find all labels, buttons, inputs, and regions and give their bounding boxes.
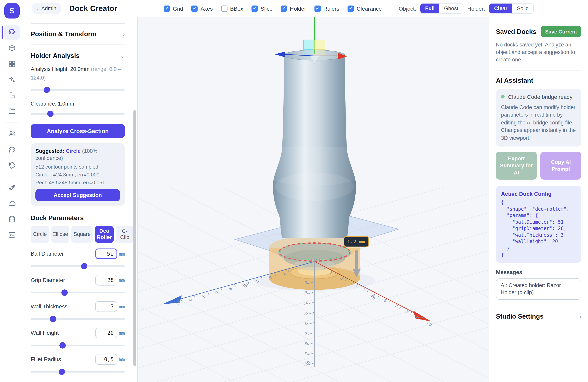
- shape-ellipse-button[interactable]: Ellipse: [51, 226, 69, 243]
- sidebar-item-tags[interactable]: [4, 157, 20, 173]
- checkbox-icon: [314, 5, 321, 12]
- shape-square-button[interactable]: Square: [71, 226, 93, 243]
- shape-selector: Circle Ellipse Square Deo Roller C-Clip: [31, 226, 137, 243]
- sidebar-item-cloud[interactable]: [4, 196, 20, 211]
- accept-suggestion-button[interactable]: Accept Suggestion: [35, 189, 120, 201]
- shape-c-clip-button[interactable]: C-Clip: [116, 226, 134, 243]
- layout-grid-icon: [8, 60, 16, 68]
- wall-thickness-slider[interactable]: [31, 316, 125, 322]
- slider-thumb[interactable]: [47, 111, 54, 117]
- suggested-shape-link[interactable]: Circle: [66, 148, 81, 154]
- grip-diameter-input[interactable]: [95, 275, 117, 286]
- sidebar-item-chat[interactable]: [4, 142, 20, 157]
- cube-icon: [8, 44, 16, 52]
- sidebar-item-terminal[interactable]: [4, 227, 20, 242]
- message-item: AI: Created holder: Razor Holder (c-clip…: [496, 278, 581, 300]
- back-to-admin-button[interactable]: ‹ Admin: [32, 3, 62, 14]
- slider-thumb[interactable]: [43, 87, 50, 93]
- analyze-cross-section-button[interactable]: Analyze Cross-Section: [31, 124, 125, 138]
- checkbox-icon: [252, 5, 258, 12]
- svg-text:9: 9: [188, 297, 193, 302]
- holder-solid-option[interactable]: Solid: [512, 3, 533, 13]
- studio-panel: Saved Docks Save Current No docks saved …: [489, 17, 588, 382]
- svg-text:7: 7: [214, 290, 220, 295]
- ball-diameter-slider[interactable]: [31, 263, 125, 269]
- toggle-rulers[interactable]: Rulers: [314, 5, 339, 12]
- toggle-axes[interactable]: Axes: [191, 5, 213, 12]
- puzzle-icon: [8, 28, 16, 36]
- panel-scrollbar[interactable]: [133, 110, 136, 366]
- chevron-right-icon: ›: [579, 313, 581, 320]
- object-full-option[interactable]: Full: [420, 3, 440, 13]
- sidebar-item-files[interactable]: [4, 104, 20, 118]
- sidebar-item-database[interactable]: [4, 211, 20, 226]
- toggle-bbox[interactable]: BBox: [221, 5, 243, 12]
- copy-ai-prompt-button[interactable]: Copy AI Prompt: [540, 152, 581, 180]
- sidebar-item-users[interactable]: [4, 126, 20, 141]
- object-mesh[interactable]: [273, 50, 356, 238]
- param-label: Fillet Radius: [31, 356, 61, 362]
- active-dock-config-card: Active Dock Config { "shape": "deo-rolle…: [496, 186, 581, 263]
- divider: [496, 306, 581, 307]
- fillet-radius-slider[interactable]: [31, 369, 125, 375]
- viewport-3d[interactable]: 2345678910cm12345678910cm-2-3-4-5-6-7-8-…: [138, 17, 489, 382]
- tooltip-value: 1.2 mm: [347, 239, 365, 245]
- sidebar-item-ai[interactable]: [4, 72, 20, 87]
- gizmo-plane-yellow[interactable]: [314, 40, 325, 50]
- position-transform-section[interactable]: Position & Transform ›: [31, 30, 125, 38]
- toggle-holder[interactable]: Holder: [281, 5, 306, 12]
- sidebar-item-docks[interactable]: [4, 88, 20, 103]
- wall-height-input[interactable]: [95, 328, 117, 338]
- sidebar-item-dock-creator[interactable]: [4, 25, 20, 40]
- clearance-slider[interactable]: [31, 111, 125, 117]
- slider-thumb[interactable]: [81, 263, 87, 269]
- back-chevron-icon: ‹: [37, 5, 39, 11]
- grip-diameter-slider[interactable]: [31, 290, 125, 296]
- slider-thumb[interactable]: [60, 342, 66, 349]
- holder-analysis-section[interactable]: Holder Analysis ⌄: [31, 52, 125, 60]
- param-label: Wall Height: [31, 330, 59, 336]
- holder-clear-option[interactable]: Clear: [489, 3, 512, 13]
- ai-assistant-title: AI Assistant: [496, 77, 581, 84]
- studio-settings-section[interactable]: Studio Settings ›: [496, 313, 581, 320]
- slider-thumb[interactable]: [50, 316, 57, 322]
- param-unit: mm: [119, 304, 125, 310]
- toggle-slice[interactable]: Slice: [252, 5, 273, 12]
- svg-text:-3: -3: [303, 290, 309, 296]
- dock-parameters-title: Dock Parameters: [31, 214, 125, 222]
- object-ghost-option[interactable]: Ghost: [440, 3, 463, 13]
- toggle-clearance[interactable]: Clearance: [348, 5, 382, 12]
- contour-points-text: 512 contour points sampled: [35, 164, 120, 170]
- param-label: Ball Diameter: [31, 251, 64, 257]
- sidebar-item-dashboard[interactable]: [4, 56, 20, 71]
- toggle-grid[interactable]: Grid: [164, 5, 183, 12]
- sparkles-icon: [8, 75, 16, 84]
- bridge-status-card: Claude Code bridge ready Claude Code can…: [496, 89, 581, 147]
- shape-deo-roller-button[interactable]: Deo Roller: [95, 226, 114, 243]
- export-summary-button[interactable]: Export Summary for AI: [496, 152, 537, 180]
- chevron-down-icon: ⌄: [120, 52, 125, 59]
- slider-thumb[interactable]: [62, 290, 68, 296]
- param-unit: mm: [119, 251, 125, 257]
- checkbox-icon: [281, 5, 287, 12]
- slider-thumb[interactable]: [59, 369, 65, 375]
- ball-diameter-input[interactable]: [95, 248, 117, 259]
- svg-text:-10: -10: [303, 360, 311, 367]
- analysis-height-slider[interactable]: [31, 87, 125, 93]
- save-current-button[interactable]: Save Current: [541, 26, 581, 37]
- folder-icon: [8, 107, 16, 115]
- users-icon: [8, 129, 16, 138]
- fillet-radius-input[interactable]: [95, 354, 117, 365]
- icon-rail: S: [0, 0, 24, 382]
- app-logo[interactable]: S: [4, 3, 20, 19]
- svg-text:6: 6: [383, 298, 388, 303]
- sidebar-item-deploy[interactable]: [4, 180, 20, 195]
- sidebar-item-models[interactable]: [4, 41, 20, 56]
- wall-height-slider[interactable]: [31, 342, 125, 349]
- checkbox-icon: [348, 5, 354, 12]
- x-axis-arrow[interactable]: [275, 52, 285, 57]
- gizmo-plane-cyan[interactable]: [303, 40, 314, 50]
- messages-title: Messages: [496, 269, 581, 275]
- shape-circle-button[interactable]: Circle: [31, 226, 49, 243]
- wall-thickness-input[interactable]: [95, 301, 117, 312]
